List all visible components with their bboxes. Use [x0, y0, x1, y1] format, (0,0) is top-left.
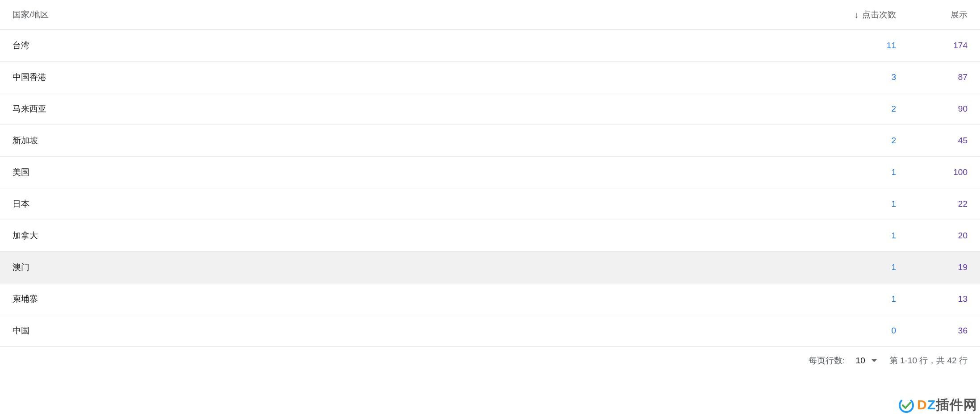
cell-impressions: 20	[896, 231, 967, 241]
cell-clicks: 2	[816, 104, 896, 114]
table-row[interactable]: 中国036	[0, 315, 980, 347]
table-row[interactable]: 加拿大120	[0, 220, 980, 252]
page-range: 第 1-10 行，共 42 行	[889, 355, 967, 366]
cell-country: 中国香港	[13, 71, 816, 83]
analytics-table: 国家/地区 ↓ 点击次数 展示 台湾11174中国香港387马来西亚290新加坡…	[0, 0, 980, 371]
cell-impressions: 87	[896, 72, 967, 82]
sort-descending-icon: ↓	[854, 10, 859, 20]
cell-impressions: 22	[896, 199, 967, 209]
rows-per-page-select[interactable]: 10	[856, 356, 877, 366]
cell-country: 美国	[13, 166, 816, 178]
table-row[interactable]: 日本122	[0, 188, 980, 220]
cell-impressions: 100	[896, 167, 967, 177]
cell-impressions: 13	[896, 294, 967, 304]
cell-clicks: 2	[816, 136, 896, 146]
cell-impressions: 174	[896, 41, 967, 50]
cell-country: 中国	[13, 325, 816, 337]
rows-per-page-value: 10	[856, 356, 865, 366]
table-row[interactable]: 马来西亚290	[0, 93, 980, 125]
header-clicks[interactable]: ↓ 点击次数	[816, 9, 896, 21]
cell-clicks: 1	[816, 167, 896, 177]
table-row[interactable]: 中国香港387	[0, 62, 980, 93]
table-row[interactable]: 美国1100	[0, 157, 980, 188]
table-row[interactable]: 柬埔寨113	[0, 283, 980, 315]
table-row[interactable]: 澳门119	[0, 252, 980, 283]
table-row[interactable]: 新加坡245	[0, 125, 980, 157]
cell-clicks: 1	[816, 199, 896, 209]
cell-clicks: 11	[816, 41, 896, 50]
cell-country: 马来西亚	[13, 103, 816, 115]
header-impressions[interactable]: 展示	[896, 9, 967, 21]
cell-country: 加拿大	[13, 230, 816, 241]
rows-per-page-label: 每页行数:	[809, 355, 845, 366]
cell-impressions: 45	[896, 136, 967, 146]
cell-impressions: 90	[896, 104, 967, 114]
header-country[interactable]: 国家/地区	[13, 9, 816, 21]
cell-impressions: 19	[896, 262, 967, 272]
table-footer: 每页行数: 10 第 1-10 行，共 42 行	[0, 347, 980, 371]
cell-country: 新加坡	[13, 135, 816, 146]
cell-clicks: 1	[816, 231, 896, 241]
rows-per-page: 每页行数: 10	[809, 355, 876, 366]
cell-clicks: 0	[816, 326, 896, 336]
cell-country: 台湾	[13, 40, 816, 51]
header-clicks-label: 点击次数	[862, 9, 896, 21]
cell-clicks: 1	[816, 262, 896, 272]
dropdown-arrow-icon	[872, 359, 877, 362]
cell-impressions: 36	[896, 326, 967, 336]
table-row[interactable]: 台湾11174	[0, 30, 980, 62]
cell-country: 日本	[13, 198, 816, 210]
table-header-row: 国家/地区 ↓ 点击次数 展示	[0, 0, 980, 30]
cell-clicks: 3	[816, 72, 896, 82]
table-body: 台湾11174中国香港387马来西亚290新加坡245美国1100日本122加拿…	[0, 30, 980, 347]
cell-country: 柬埔寨	[13, 293, 816, 305]
cell-country: 澳门	[13, 262, 816, 273]
cell-clicks: 1	[816, 294, 896, 304]
